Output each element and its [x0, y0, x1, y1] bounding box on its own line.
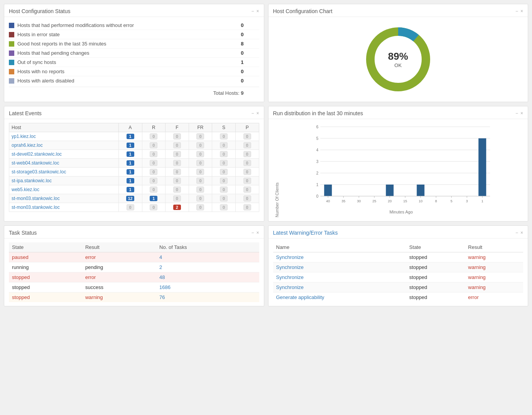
close-button[interactable]: × [520, 111, 523, 116]
svg-text:3: 3 [466, 199, 468, 203]
s-cell: 0 [212, 168, 236, 176]
host-link[interactable]: st-storage03.stankowic.loc [12, 169, 66, 175]
warn-name[interactable]: Synchronize [273, 282, 406, 292]
host-cell[interactable]: st-web04.stankowic.loc [9, 159, 119, 168]
task-state: running [9, 262, 82, 272]
a-cell: 1 [118, 185, 142, 194]
event-badge: 0 [150, 151, 157, 157]
host-status-row: Hosts in error state 0 [9, 30, 259, 39]
host-link[interactable]: yp1.kiez.loc [12, 134, 36, 139]
warn-name-link[interactable]: Synchronize [276, 264, 304, 270]
host-link[interactable]: st-web04.stankowic.loc [12, 160, 59, 166]
host-link[interactable]: st-devel02.stankowic.loc [12, 151, 62, 157]
task-result: warning [82, 292, 156, 302]
host-cell[interactable]: st-devel02.stankowic.loc [9, 150, 119, 159]
fr-cell: 0 [189, 141, 212, 150]
status-color-indicator [9, 23, 14, 28]
minimize-button[interactable]: − [251, 111, 254, 116]
s-cell: 0 [212, 141, 236, 150]
host-status-row: Hosts that had performed modifications w… [9, 21, 259, 30]
warn-name-link[interactable]: Synchronize [276, 284, 304, 290]
warn-name[interactable]: Synchronize [273, 272, 406, 282]
event-badge: 0 [173, 178, 181, 184]
table-row: oprah6.kiez.loc100000 [9, 141, 259, 150]
warn-state: stopped [406, 252, 465, 262]
host-cell[interactable]: oprah6.kiez.loc [9, 141, 119, 150]
task-col-header: Result [82, 242, 156, 252]
table-row: Generate applicabilitystoppederror [273, 292, 524, 302]
task-status-title: Task Status [9, 230, 37, 236]
host-cell[interactable]: yp1.kiez.loc [9, 132, 119, 141]
event-badge: 0 [243, 133, 251, 139]
svg-rect-25 [386, 185, 394, 196]
event-badge: 0 [196, 178, 204, 184]
host-link[interactable]: web5.kiez.loc [12, 187, 39, 192]
task-status-controls: − × [251, 230, 259, 235]
latest-events-header: Latest Events − × [4, 106, 264, 119]
close-button[interactable]: × [520, 8, 523, 14]
host-cell[interactable]: st-mon03.stankowic.loc [9, 203, 119, 212]
event-badge: 0 [173, 160, 181, 166]
task-col-header: State [9, 242, 82, 252]
close-button[interactable]: × [520, 230, 523, 235]
warn-result: warning [465, 272, 523, 282]
table-row: Synchronizestoppedwarning [273, 282, 524, 292]
minimize-button[interactable]: − [251, 8, 254, 14]
event-badge: 0 [243, 142, 251, 148]
task-status-body: StateResultNo. of Tasks pausederror4runn… [4, 239, 264, 306]
event-badge: 0 [243, 160, 251, 166]
p-cell: 0 [235, 194, 259, 203]
close-button[interactable]: × [256, 8, 259, 14]
host-status-row: Hosts with alerts disabled 0 [9, 76, 259, 85]
event-badge: 0 [150, 160, 157, 166]
host-link[interactable]: st-ipa.stankowic.loc [12, 178, 52, 183]
a-cell: 1 [118, 141, 142, 150]
s-cell: 0 [212, 150, 236, 159]
minimize-button[interactable]: − [515, 8, 518, 14]
event-badge: 1 [127, 160, 134, 166]
event-badge: 0 [220, 160, 228, 166]
svg-text:20: 20 [388, 199, 392, 203]
warn-name[interactable]: Synchronize [273, 262, 406, 272]
warn-name-link[interactable]: Generate applicability [276, 294, 324, 300]
task-result: pending [82, 262, 156, 272]
minimize-button[interactable]: − [515, 230, 518, 235]
warn-name-link[interactable]: Synchronize [276, 274, 304, 280]
event-badge: 0 [150, 169, 157, 175]
a-cell: 1 [118, 132, 142, 141]
latest-warning-panel: Latest Warning/Error Tasks − × NameState… [268, 225, 529, 306]
latest-events-body: HostARFFRSP yp1.kiez.loc100000oprah6.kie… [4, 119, 264, 216]
warn-name[interactable]: Generate applicability [273, 292, 406, 302]
host-cell[interactable]: st-mon03.stankowic.loc [9, 194, 119, 203]
f-cell: 0 [166, 194, 189, 203]
run-distribution-controls: − × [515, 111, 523, 116]
status-label: Hosts that had performed modifications w… [17, 22, 241, 28]
events-col-header: R [142, 123, 166, 132]
event-badge: 2 [173, 205, 181, 210]
close-button[interactable]: × [256, 230, 259, 235]
event-badge: 1 [127, 143, 134, 148]
close-button[interactable]: × [256, 111, 259, 116]
host-link[interactable]: st-mon03.stankowic.loc [12, 205, 60, 210]
warn-table: NameStateResult Synchronizestoppedwarnin… [273, 242, 524, 302]
host-link[interactable]: oprah6.kiez.loc [12, 143, 43, 148]
status-color-indicator [9, 69, 14, 74]
task-count: 1686 [156, 282, 259, 292]
events-table: HostARFFRSP yp1.kiez.loc100000oprah6.kie… [9, 123, 259, 212]
host-link[interactable]: st-mon03.stankowic.loc [12, 196, 60, 201]
minimize-button[interactable]: − [515, 111, 518, 116]
task-count: 48 [156, 272, 259, 282]
warn-name-link[interactable]: Synchronize [276, 254, 304, 260]
latest-events-title: Latest Events [9, 110, 42, 116]
s-cell: 0 [212, 132, 236, 141]
warn-name[interactable]: Synchronize [273, 252, 406, 262]
minimize-button[interactable]: − [251, 230, 254, 235]
f-cell: 0 [166, 176, 189, 185]
event-badge: 0 [127, 204, 134, 210]
r-cell: 0 [142, 159, 166, 168]
host-cell[interactable]: st-ipa.stankowic.loc [9, 176, 119, 185]
host-cell[interactable]: st-storage03.stankowic.loc [9, 168, 119, 176]
svg-rect-16 [324, 185, 332, 196]
host-config-chart-title: Host Configuration Chart [273, 8, 333, 14]
host-cell[interactable]: web5.kiez.loc [9, 185, 119, 194]
